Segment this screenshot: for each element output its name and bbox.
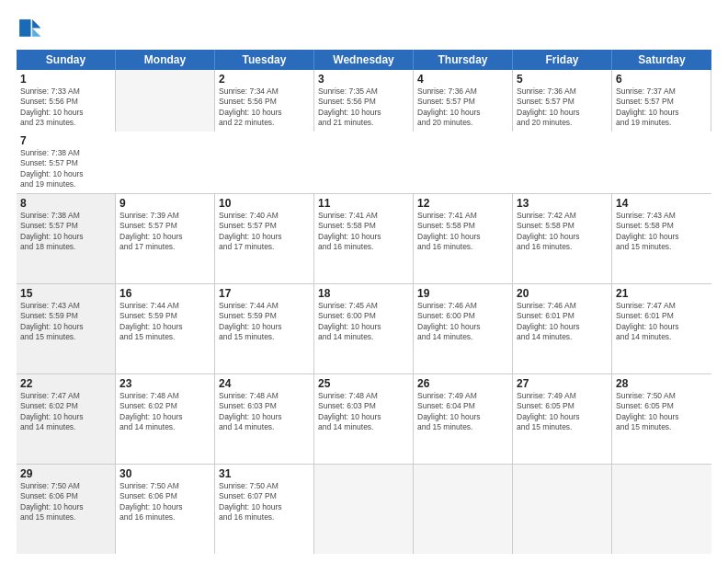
header-cell-friday: Friday <box>513 50 612 70</box>
day-number: 25 <box>318 377 409 390</box>
day-number: 4 <box>417 73 508 86</box>
day-info: Sunrise: 7:50 AM Sunset: 6:07 PM Dayligh… <box>219 481 310 523</box>
day-info: Sunrise: 7:44 AM Sunset: 5:59 PM Dayligh… <box>219 301 310 343</box>
day-info: Sunrise: 7:33 AM Sunset: 5:56 PM Dayligh… <box>20 86 111 129</box>
calendar-cell: 11Sunrise: 7:41 AM Sunset: 5:58 PM Dayli… <box>314 194 414 283</box>
day-info: Sunrise: 7:47 AM Sunset: 6:01 PM Dayligh… <box>616 301 708 343</box>
calendar-cell: 1Sunrise: 7:33 AM Sunset: 5:56 PM Daylig… <box>17 70 116 132</box>
day-number: 16 <box>119 287 210 300</box>
calendar-row-2: 15Sunrise: 7:43 AM Sunset: 5:59 PM Dayli… <box>17 284 711 374</box>
calendar-cell: 9Sunrise: 7:39 AM Sunset: 5:57 PM Daylig… <box>116 194 215 283</box>
calendar-cell: 19Sunrise: 7:46 AM Sunset: 6:00 PM Dayli… <box>414 284 513 373</box>
day-number: 27 <box>517 377 608 390</box>
day-number: 21 <box>616 287 708 300</box>
day-number: 18 <box>318 287 409 300</box>
svg-marker-1 <box>32 28 40 36</box>
day-number: 13 <box>517 197 608 210</box>
calendar-cell: 28Sunrise: 7:50 AM Sunset: 6:05 PM Dayli… <box>612 374 711 464</box>
day-number: 10 <box>219 197 310 210</box>
day-number: 14 <box>616 197 708 210</box>
calendar-cell: 15Sunrise: 7:43 AM Sunset: 5:59 PM Dayli… <box>17 284 116 373</box>
day-number: 8 <box>20 197 111 210</box>
day-info: Sunrise: 7:40 AM Sunset: 5:57 PM Dayligh… <box>219 211 310 253</box>
calendar-cell: 16Sunrise: 7:44 AM Sunset: 5:59 PM Dayli… <box>116 284 215 373</box>
calendar-cell: 17Sunrise: 7:44 AM Sunset: 5:59 PM Dayli… <box>215 284 314 373</box>
calendar-cell: 4Sunrise: 7:36 AM Sunset: 5:57 PM Daylig… <box>414 70 513 132</box>
day-number: 12 <box>417 197 508 210</box>
calendar-cell: 20Sunrise: 7:46 AM Sunset: 6:01 PM Dayli… <box>513 284 612 373</box>
day-info: Sunrise: 7:50 AM Sunset: 6:05 PM Dayligh… <box>616 391 708 433</box>
calendar-cell: 7Sunrise: 7:38 AM Sunset: 5:57 PM Daylig… <box>17 132 116 193</box>
calendar-cell: 13Sunrise: 7:42 AM Sunset: 5:58 PM Dayli… <box>513 194 612 283</box>
day-number: 31 <box>219 467 310 480</box>
header-cell-sunday: Sunday <box>17 50 116 70</box>
calendar: SundayMondayTuesdayWednesdayThursdayFrid… <box>17 50 711 554</box>
day-number: 1 <box>20 73 111 86</box>
day-info: Sunrise: 7:49 AM Sunset: 6:04 PM Dayligh… <box>417 391 508 433</box>
calendar-row-4: 29Sunrise: 7:50 AM Sunset: 6:06 PM Dayli… <box>17 465 711 554</box>
calendar-row-0: 1Sunrise: 7:33 AM Sunset: 5:56 PM Daylig… <box>17 70 711 194</box>
calendar-cell: 26Sunrise: 7:49 AM Sunset: 6:04 PM Dayli… <box>414 374 513 464</box>
calendar-cell: 10Sunrise: 7:40 AM Sunset: 5:57 PM Dayli… <box>215 194 314 283</box>
calendar-cell: 3Sunrise: 7:35 AM Sunset: 5:56 PM Daylig… <box>314 70 414 132</box>
calendar-cell: 12Sunrise: 7:41 AM Sunset: 5:58 PM Dayli… <box>414 194 513 283</box>
day-number: 23 <box>119 377 210 390</box>
day-info: Sunrise: 7:37 AM Sunset: 5:57 PM Dayligh… <box>616 86 707 129</box>
day-info: Sunrise: 7:43 AM Sunset: 5:59 PM Dayligh… <box>20 301 111 343</box>
day-number: 30 <box>119 467 210 480</box>
day-info: Sunrise: 7:42 AM Sunset: 5:58 PM Dayligh… <box>517 211 608 253</box>
day-info: Sunrise: 7:49 AM Sunset: 6:05 PM Dayligh… <box>517 391 608 433</box>
calendar-cell <box>414 465 513 554</box>
day-number: 6 <box>616 73 707 86</box>
calendar-cell: 5Sunrise: 7:36 AM Sunset: 5:57 PM Daylig… <box>513 70 612 132</box>
calendar-cell: 8Sunrise: 7:38 AM Sunset: 5:57 PM Daylig… <box>17 194 116 283</box>
calendar-cell: 22Sunrise: 7:47 AM Sunset: 6:02 PM Dayli… <box>17 374 116 464</box>
calendar-cell: 25Sunrise: 7:48 AM Sunset: 6:03 PM Dayli… <box>314 374 414 464</box>
calendar-cell: 14Sunrise: 7:43 AM Sunset: 5:58 PM Dayli… <box>612 194 711 283</box>
calendar-cell: 24Sunrise: 7:48 AM Sunset: 6:03 PM Dayli… <box>215 374 314 464</box>
header-cell-thursday: Thursday <box>414 50 513 70</box>
logo <box>17 17 46 42</box>
day-number: 5 <box>517 73 608 86</box>
calendar-cell: 21Sunrise: 7:47 AM Sunset: 6:01 PM Dayli… <box>612 284 711 373</box>
page: SundayMondayTuesdayWednesdayThursdayFrid… <box>0 0 728 563</box>
day-info: Sunrise: 7:48 AM Sunset: 6:02 PM Dayligh… <box>119 391 210 433</box>
day-info: Sunrise: 7:41 AM Sunset: 5:58 PM Dayligh… <box>318 211 409 253</box>
calendar-cell: 29Sunrise: 7:50 AM Sunset: 6:06 PM Dayli… <box>17 465 116 554</box>
calendar-cell: 27Sunrise: 7:49 AM Sunset: 6:05 PM Dayli… <box>513 374 612 464</box>
day-info: Sunrise: 7:36 AM Sunset: 5:57 PM Dayligh… <box>517 86 608 129</box>
day-number: 3 <box>318 73 409 86</box>
day-info: Sunrise: 7:36 AM Sunset: 5:57 PM Dayligh… <box>417 86 508 129</box>
day-info: Sunrise: 7:34 AM Sunset: 5:56 PM Dayligh… <box>219 86 310 129</box>
day-info: Sunrise: 7:38 AM Sunset: 5:57 PM Dayligh… <box>20 148 112 190</box>
header-cell-tuesday: Tuesday <box>215 50 314 70</box>
calendar-cell: 30Sunrise: 7:50 AM Sunset: 6:06 PM Dayli… <box>116 465 215 554</box>
day-number: 2 <box>219 73 310 86</box>
day-info: Sunrise: 7:47 AM Sunset: 6:02 PM Dayligh… <box>20 391 111 433</box>
calendar-cell <box>116 70 215 132</box>
day-info: Sunrise: 7:45 AM Sunset: 6:00 PM Dayligh… <box>318 301 409 343</box>
day-info: Sunrise: 7:48 AM Sunset: 6:03 PM Dayligh… <box>219 391 310 433</box>
day-info: Sunrise: 7:38 AM Sunset: 5:57 PM Dayligh… <box>20 211 111 253</box>
header <box>17 17 711 42</box>
day-info: Sunrise: 7:41 AM Sunset: 5:58 PM Dayligh… <box>417 211 508 253</box>
day-number: 22 <box>20 377 111 390</box>
day-number: 9 <box>119 197 210 210</box>
day-number: 20 <box>517 287 608 300</box>
calendar-cell <box>612 465 711 554</box>
header-cell-saturday: Saturday <box>612 50 711 70</box>
day-number: 28 <box>616 377 708 390</box>
calendar-cell <box>314 465 414 554</box>
day-info: Sunrise: 7:35 AM Sunset: 5:56 PM Dayligh… <box>318 86 409 129</box>
day-number: 11 <box>318 197 409 210</box>
calendar-cell: 2Sunrise: 7:34 AM Sunset: 5:56 PM Daylig… <box>215 70 314 132</box>
day-number: 17 <box>219 287 310 300</box>
day-info: Sunrise: 7:50 AM Sunset: 6:06 PM Dayligh… <box>119 481 210 523</box>
calendar-cell <box>513 465 612 554</box>
day-info: Sunrise: 7:43 AM Sunset: 5:58 PM Dayligh… <box>616 211 708 253</box>
calendar-header: SundayMondayTuesdayWednesdayThursdayFrid… <box>17 50 711 70</box>
day-info: Sunrise: 7:50 AM Sunset: 6:06 PM Dayligh… <box>20 481 111 523</box>
day-number: 15 <box>20 287 111 300</box>
day-number: 19 <box>417 287 508 300</box>
day-info: Sunrise: 7:46 AM Sunset: 6:01 PM Dayligh… <box>517 301 608 343</box>
